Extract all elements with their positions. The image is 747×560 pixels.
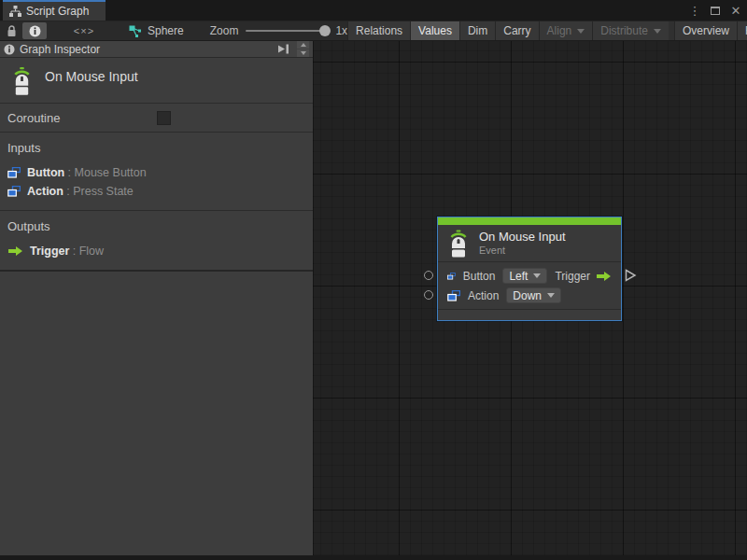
toolbar-left-group: <×> Sphere Zoom 1x [0,21,347,40]
relations-button[interactable]: Relations [347,21,410,40]
node-port-label-button: Button [463,270,496,283]
node-footer [438,309,621,320]
window-content: On Mouse Input Event Button Left [0,41,747,560]
port-name: Trigger [30,245,69,258]
value-port-icon [447,290,460,301]
coroutine-setting-row: Coroutine [0,104,313,133]
dim-button[interactable]: Dim [459,21,495,40]
mouse-button-value: Left [509,270,528,283]
maximize-box [711,7,720,15]
lock-icon [7,25,17,37]
values-label: Values [418,24,452,37]
window-controls: ⋮ ✕ [687,0,743,21]
info-icon [4,44,15,55]
port-name: Button [27,166,64,179]
triangle-down-icon [301,51,306,55]
trigger-output-label: Trigger [555,270,590,283]
outputs-section: Outputs Trigger : Flow [0,211,313,272]
port-type: : Press State [66,185,134,198]
node-subtitle: Event [479,245,566,257]
graph-canvas[interactable]: On Mouse Input Event Button Left [313,41,747,560]
dim-label: Dim [468,24,487,37]
info-icon [29,25,41,37]
triangle-up-icon [301,43,306,47]
press-state-value: Down [513,289,542,302]
stepper-up-button[interactable] [297,41,309,49]
coroutine-checkbox[interactable] [157,111,171,125]
on-mouse-input-node[interactable]: On Mouse Input Event Button Left [437,217,622,321]
port-type: : Flow [73,245,104,258]
overview-label: Overview [683,24,729,37]
press-state-dropdown[interactable]: Down [506,287,561,303]
chevron-down-icon [547,293,555,298]
zoom-slider[interactable] [246,30,328,32]
input-port-circle-button[interactable] [424,271,433,280]
title-bar: Script Graph ⋮ ✕ [0,0,747,21]
dock-panel-icon[interactable] [277,44,289,54]
value-port-icon [7,167,21,178]
script-graph-window: Script Graph ⋮ ✕ <×> [0,0,747,560]
zoom-value: 1x [335,24,347,37]
zoom-slider-handle[interactable] [319,25,331,36]
graph-inspector-title: Graph Inspector [20,43,100,56]
zoom-control: Zoom 1x [210,21,347,40]
node-title: On Mouse Input [479,230,566,245]
close-icon[interactable]: ✕ [728,3,743,18]
graph-target-label: Sphere [148,24,184,37]
toolbar-right-group: Relations Values Dim Carry Align Distrib… [347,21,747,40]
inspected-unit-header: On Mouse Input [0,58,313,104]
flow-arrow-icon [7,245,23,257]
input-port-row-button: Button : Mouse Button [7,163,305,182]
chevron-down-icon [577,29,585,34]
input-port-circle-action[interactable] [424,290,433,300]
relations-label: Relations [356,24,402,37]
full-screen-button[interactable]: Full Screen [737,21,747,40]
code-view-button[interactable]: <×> [60,21,108,40]
graph-inspector-header: Graph Inspector [0,41,313,58]
tab-label: Script Graph [26,5,89,18]
mouse-input-icon [11,64,33,96]
outputs-heading: Outputs [7,219,305,233]
inspector-empty-area [0,272,313,555]
node-header[interactable]: On Mouse Input Event [438,225,621,262]
node-row-button: Button Left Trigger [438,266,621,286]
input-port-row-action: Action : Press State [7,182,305,201]
port-name: Action [27,185,63,198]
mouse-button-dropdown[interactable]: Left [502,268,547,284]
zoom-label: Zoom [210,24,239,37]
node-body: Button Left Trigger [438,262,621,309]
inputs-heading: Inputs [7,141,305,155]
flow-arrow-icon [596,271,612,282]
node-title-block: On Mouse Input Event [479,230,566,257]
distribute-label: Distribute [600,24,648,37]
trigger-output-port[interactable]: Trigger [555,270,612,283]
chevron-down-icon [533,273,541,278]
overview-button[interactable]: Overview [674,21,737,40]
graph-hierarchy-icon [9,6,21,17]
stepper-down-button[interactable] [297,49,309,57]
values-button[interactable]: Values [410,21,459,40]
value-port-icon [447,271,456,282]
align-label: Align [547,24,572,37]
tab-script-graph[interactable]: Script Graph [3,0,106,21]
flow-output-triangle[interactable] [625,269,637,282]
graph-reference-breadcrumb[interactable]: Sphere [129,21,184,40]
distribute-dropdown-button[interactable]: Distribute [592,21,669,40]
chevron-down-icon [654,29,661,34]
inspector-toggle-button[interactable] [22,22,47,39]
lock-button[interactable] [0,21,22,40]
window-menu-icon[interactable]: ⋮ [687,3,702,18]
coroutine-label: Coroutine [7,111,60,125]
node-port-label-action: Action [468,289,499,302]
graph-machine-icon [129,25,142,37]
inputs-section: Inputs Button : Mouse Button Action : Pr… [0,133,313,211]
inspector-stepper [297,41,309,57]
graph-toolbar: <×> Sphere Zoom 1x Relations Values [0,21,747,41]
node-row-action: Action Down [438,286,621,305]
maximize-icon[interactable] [708,3,723,18]
node-event-colorbar [438,217,621,225]
align-dropdown-button[interactable]: Align [539,21,593,40]
window-bottom-edge [0,555,747,560]
output-port-row-trigger: Trigger : Flow [7,242,305,260]
carry-button[interactable]: Carry [495,21,538,40]
